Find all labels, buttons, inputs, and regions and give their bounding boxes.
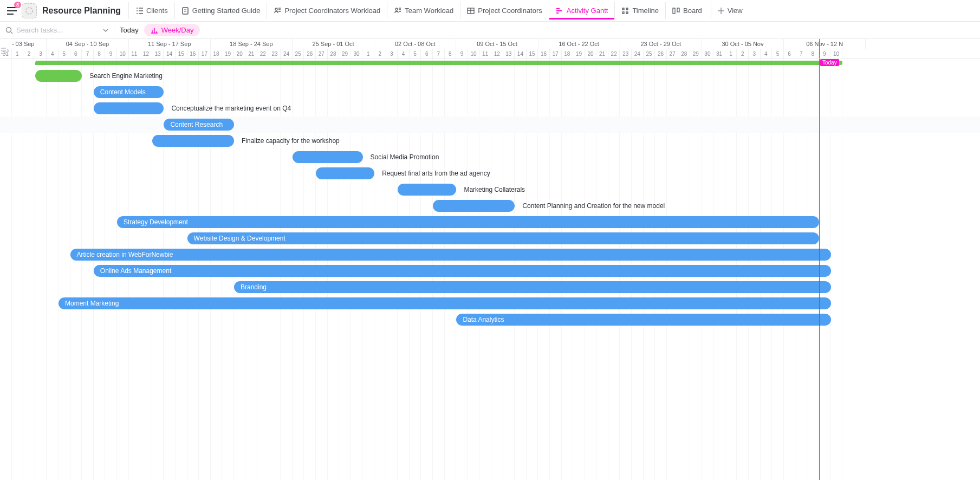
gantt-bar[interactable] (94, 102, 164, 114)
app-header: 8 Resource Planning ClientsGetting Start… (0, 0, 980, 22)
day-cell: 4 (398, 49, 410, 59)
day-cell: 14 (515, 49, 527, 59)
day-cell: 8 (807, 49, 819, 59)
day-cell: 18 (211, 49, 223, 59)
day-cell: 27 (667, 49, 679, 59)
svg-point-0 (26, 8, 33, 14)
chevron-down-icon[interactable] (103, 29, 108, 32)
svg-rect-5 (673, 8, 675, 14)
day-cell: 23 (620, 49, 632, 59)
gantt-row: Branding (0, 279, 980, 295)
gantt-bar[interactable] (433, 200, 515, 212)
day-cell: 10 (830, 49, 842, 59)
gantt-row: Content Research (0, 116, 980, 133)
day-cell: 2 (374, 49, 386, 59)
space-icon[interactable] (22, 3, 37, 18)
gantt-bar[interactable] (398, 184, 456, 196)
day-cell: 5 (772, 49, 784, 59)
day-cell: 4 (47, 49, 59, 59)
gantt-bar[interactable] (316, 167, 374, 179)
gantt-chart[interactable]: Search Engine MarketingContent ModelsCon… (0, 59, 980, 480)
add-view-button[interactable]: View (711, 2, 749, 19)
collapse-sidebar-button[interactable] (1, 48, 10, 56)
workload-icon (394, 7, 401, 15)
day-cell: 22 (257, 49, 269, 59)
gantt-bar[interactable]: Branding (234, 281, 831, 293)
gantt-row: Marketing Collaterals (0, 181, 980, 198)
svg-rect-6 (677, 8, 679, 12)
gantt-summary-bar[interactable] (35, 61, 842, 65)
gantt-bar[interactable]: Strategy Development (117, 216, 819, 228)
day-cell: 9 (105, 49, 117, 59)
day-cell: 1 (725, 49, 737, 59)
tab-getting-started-guide[interactable]: Getting Started Guide (174, 2, 267, 19)
svg-point-2 (275, 8, 277, 10)
week-cell: 09 Oct - 15 Oct (456, 39, 538, 49)
day-cell: 6 (421, 49, 433, 59)
tab-project-coordinators-workload[interactable]: Project Coordinators Workload (267, 2, 387, 19)
day-cell: 5 (410, 49, 421, 59)
gantt-bar-label: Conceptualize the marketing event on Q4 (164, 102, 291, 114)
day-cell: 7 (795, 49, 807, 59)
tab-timeline[interactable]: Timeline (614, 2, 665, 19)
week-cell: 06 Nov - 12 N (784, 39, 866, 49)
search-wrap (5, 26, 108, 34)
search-input[interactable] (16, 26, 87, 34)
gantt-bar[interactable]: Moment Marketing (59, 297, 831, 309)
gantt-row: Website Design & Development (0, 230, 980, 247)
menu-button[interactable]: 8 (4, 3, 20, 18)
workload-icon (274, 7, 281, 15)
day-cell: 11 (129, 49, 141, 59)
week-cell: 16 Oct - 22 Oct (538, 39, 620, 49)
day-cell: 10 (468, 49, 480, 59)
tab-project-coordinators[interactable]: Project Coordinators (460, 2, 549, 19)
notification-badge: 8 (14, 2, 21, 8)
day-cell: 7 (433, 49, 445, 59)
hamburger-icon (7, 7, 17, 15)
week-cell: 02 Oct - 08 Oct (374, 39, 456, 49)
day-cell: 15 (176, 49, 187, 59)
week-cell: 30 Oct - 05 Nov (702, 39, 784, 49)
day-cell: 8 (445, 49, 457, 59)
gantt-row: Search Engine Marketing (0, 68, 980, 84)
day-cell: 12 (491, 49, 503, 59)
gantt-bar[interactable]: Article creation in WebForNewbie (70, 249, 831, 261)
gantt-bar[interactable]: Data Analytics (456, 314, 830, 326)
day-row: 3112345678910111213141516171819202122232… (0, 49, 980, 59)
day-cell: 28 (678, 49, 690, 59)
gantt-bar[interactable]: Website Design & Development (187, 232, 819, 244)
day-cell: 13 (152, 49, 164, 59)
zoom-icon (151, 27, 158, 34)
day-cell: 17 (550, 49, 562, 59)
gantt-bar[interactable]: Online Ads Management (94, 265, 831, 277)
day-cell: 23 (269, 49, 281, 59)
gantt-bar[interactable] (152, 135, 234, 147)
divider (114, 25, 114, 35)
day-cell: 28 (328, 49, 340, 59)
day-cell: 25 (293, 49, 304, 59)
gantt-bar[interactable] (293, 151, 363, 163)
tab-board[interactable]: Board (665, 2, 709, 19)
week-row: - 03 Sep04 Sep - 10 Sep11 Sep - 17 Sep18… (0, 39, 980, 49)
zoom-selector[interactable]: Week/Day (144, 24, 200, 36)
day-cell: 2 (737, 49, 749, 59)
tab-team-workload[interactable]: Team Workload (387, 2, 460, 19)
day-cell: 3 (386, 49, 398, 59)
today-button[interactable]: Today (120, 26, 139, 34)
gantt-bar[interactable]: Content Models (94, 86, 164, 98)
day-cell: 30 (351, 49, 363, 59)
gantt-bar-label: Social Media Promotion (363, 151, 439, 163)
tab-clients[interactable]: Clients (128, 2, 174, 19)
day-cell: 24 (632, 49, 644, 59)
day-cell: 5 (59, 49, 70, 59)
gantt-icon (556, 7, 563, 15)
day-cell: 12 (140, 49, 152, 59)
week-cell: 23 Oct - 29 Oct (620, 39, 702, 49)
svg-rect-1 (183, 8, 188, 14)
collapse-icon (1, 48, 9, 54)
gantt-bar[interactable]: Content Research (164, 119, 234, 131)
gantt-bar[interactable] (35, 70, 82, 82)
day-cell: 26 (304, 49, 316, 59)
tab-activity-gantt[interactable]: Activity Gantt (549, 2, 615, 19)
day-cell: 25 (644, 49, 656, 59)
